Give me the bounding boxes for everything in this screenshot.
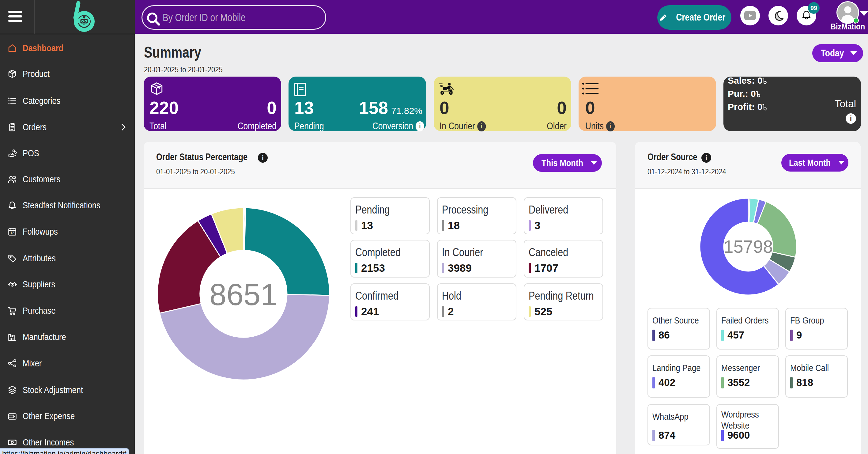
svg-text:12: 12 bbox=[10, 231, 14, 235]
